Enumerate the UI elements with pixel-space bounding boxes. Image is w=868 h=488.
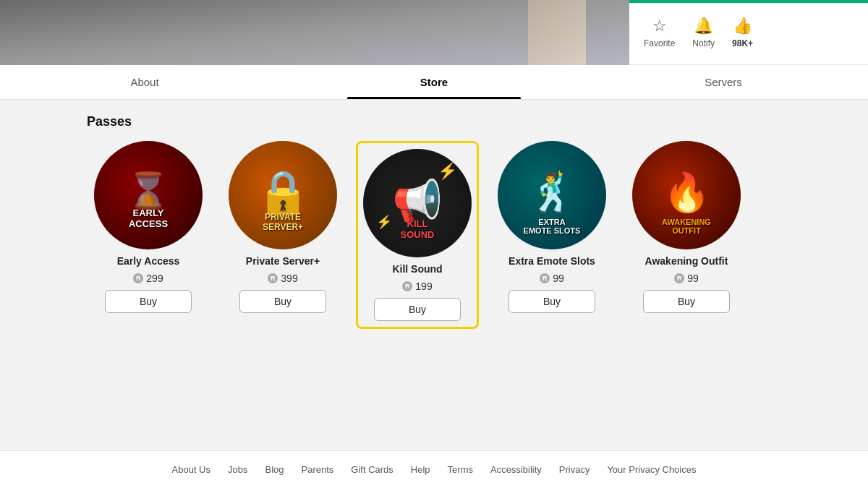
pass-circle-kill-sound: ⚡ 📢 ⚡ KILLSOUND — [363, 149, 472, 257]
banner-image-inner — [0, 0, 629, 65]
pass-item-awakening: 🔥 AWAKENINGOUTFIT Awakening Outfit R 99 … — [625, 141, 748, 313]
pass-circle-private-server: 🔒 PRIVATESERVER+ — [229, 141, 337, 249]
buy-button-early-access[interactable]: Buy — [105, 290, 192, 313]
price-value-private-server: 399 — [281, 273, 297, 284]
like-icon: 👍 — [733, 17, 752, 35]
footer-link-accessibility[interactable]: Accessibility — [490, 464, 542, 475]
footer-link-blog[interactable]: Blog — [265, 464, 284, 475]
like-count: 98K+ — [732, 38, 753, 48]
buy-button-private-server[interactable]: Buy — [239, 290, 326, 313]
pass-price-kill-sound: R 199 — [402, 281, 432, 292]
pass-price-extra-emote: R 99 — [540, 273, 564, 284]
pass-item-early-access: EARLYACCESS Early Access R 299 Buy — [87, 141, 210, 313]
lightning-icon-2: ⚡ — [376, 214, 392, 230]
footer-link-gift-cards[interactable]: Gift Cards — [351, 464, 393, 475]
like-button[interactable]: 👍 98K+ — [732, 17, 753, 48]
pass-item-private-server: 🔒 PRIVATESERVER+ Private Server+ R 399 B… — [221, 141, 344, 313]
price-value-extra-emote: 99 — [553, 273, 564, 284]
footer-link-jobs[interactable]: Jobs — [228, 464, 247, 475]
price-value-kill-sound: 199 — [415, 281, 432, 292]
robux-icon-3: R — [402, 281, 412, 291]
top-banner: ☆ Favorite 🔔 Notify 👍 98K+ — [0, 0, 868, 65]
robux-icon-4: R — [540, 273, 550, 283]
ps-label: PRIVATESERVER+ — [263, 212, 303, 232]
banner-character — [528, 0, 586, 65]
price-value-awakening: 99 — [687, 273, 699, 284]
robux-icon-5: R — [674, 273, 684, 283]
tab-about[interactable]: About — [0, 65, 289, 99]
pass-price-early-access: R 299 — [133, 273, 163, 284]
notify-label: Notify — [692, 38, 715, 48]
favorite-button[interactable]: ☆ Favorite — [644, 17, 675, 48]
footer: About Us Jobs Blog Parents Gift Cards He… — [0, 450, 868, 488]
footer-link-privacy[interactable]: Privacy — [559, 464, 590, 475]
pass-price-awakening: R 99 — [674, 273, 699, 284]
banner-image — [0, 0, 629, 65]
buy-button-extra-emote[interactable]: Buy — [509, 290, 595, 313]
footer-link-about-us[interactable]: About Us — [172, 464, 210, 475]
pass-price-private-server: R 399 — [268, 273, 297, 284]
notify-button[interactable]: 🔔 Notify — [692, 17, 715, 48]
notify-icon: 🔔 — [694, 17, 713, 35]
price-value-early-access: 299 — [146, 273, 163, 284]
awakening-character-icon: 🔥 — [663, 171, 710, 215]
green-bar — [629, 0, 868, 3]
footer-link-parents[interactable]: Parents — [302, 464, 334, 475]
favorite-icon: ☆ — [652, 17, 667, 35]
pass-circle-extra-emote: 🕺 EXTRAEMOTE SLOTS — [498, 141, 606, 249]
pass-circle-early-access: EARLYACCESS — [94, 141, 203, 249]
ee-label: EXTRAEMOTE SLOTS — [524, 218, 581, 235]
favorite-label: Favorite — [644, 38, 675, 48]
ea-label: EARLYACCESS — [129, 207, 168, 229]
pass-circle-awakening: 🔥 AWAKENINGOUTFIT — [632, 141, 741, 249]
passes-grid: EARLYACCESS Early Access R 299 Buy 🔒 PRI… — [87, 141, 781, 329]
main-content: Passes EARLYACCESS Early Access R 299 Bu… — [0, 100, 868, 411]
lock-icon: 🔒 — [256, 167, 310, 218]
robux-icon-2: R — [268, 273, 278, 283]
passes-section-title: Passes — [87, 114, 781, 129]
footer-link-terms[interactable]: Terms — [448, 464, 473, 475]
tab-navigation: About Store Servers — [0, 65, 868, 100]
footer-link-help[interactable]: Help — [411, 464, 430, 475]
megaphone-icon: 📢 — [392, 177, 443, 225]
aw-label: AWAKENINGOUTFIT — [662, 218, 711, 235]
emote-character-icon: 🕺 — [529, 171, 576, 215]
footer-link-your-privacy-choices[interactable]: Your Privacy Choices — [607, 464, 696, 475]
buy-button-kill-sound[interactable]: Buy — [374, 298, 461, 321]
tab-servers[interactable]: Servers — [579, 65, 868, 99]
ks-label: KILLSOUND — [401, 218, 435, 240]
pass-item-extra-emote: 🕺 EXTRAEMOTE SLOTS Extra Emote Slots R 9… — [490, 141, 613, 313]
pass-name-private-server: Private Server+ — [246, 255, 320, 267]
pass-name-extra-emote: Extra Emote Slots — [509, 255, 595, 267]
pass-name-awakening: Awakening Outfit — [645, 255, 728, 267]
pass-item-kill-sound: ⚡ 📢 ⚡ KILLSOUND Kill Sound R 199 Buy — [356, 141, 479, 329]
top-actions: ☆ Favorite 🔔 Notify 👍 98K+ — [629, 0, 868, 64]
pass-name-early-access: Early Access — [117, 255, 180, 267]
pass-name-kill-sound: Kill Sound — [392, 263, 442, 275]
buy-button-awakening[interactable]: Buy — [643, 290, 730, 313]
tab-store[interactable]: Store — [289, 65, 579, 99]
robux-icon: R — [133, 273, 143, 283]
